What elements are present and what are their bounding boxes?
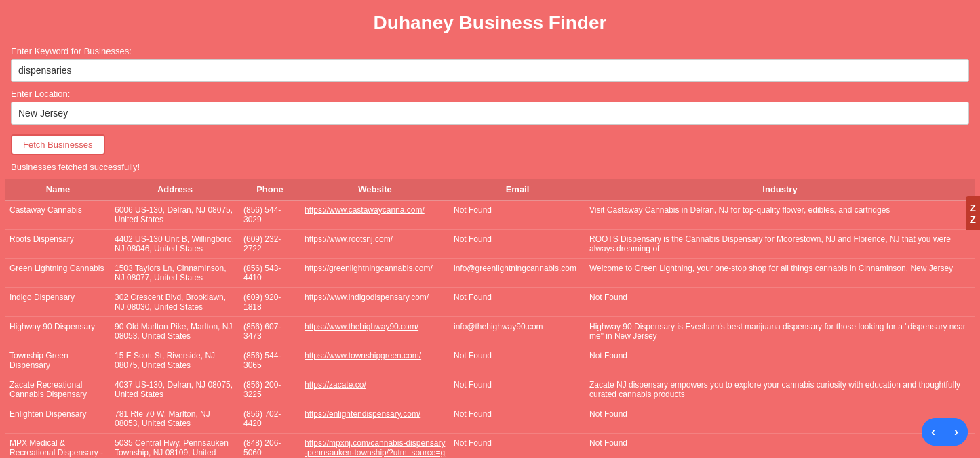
- cell-website[interactable]: https://mpxnj.com/cannabis-dispensary-pe…: [300, 434, 450, 459]
- col-header-address: Address: [111, 179, 239, 201]
- results-table: Name Address Phone Website Email Industr…: [5, 179, 975, 458]
- cell-phone: (848) 206-5060: [239, 434, 300, 459]
- col-header-name: Name: [5, 179, 111, 201]
- cell-name: Indigo Dispensary: [5, 288, 111, 317]
- table-row: Highway 90 Dispensary90 Old Marlton Pike…: [5, 317, 975, 346]
- cell-name: Castaway Cannabis: [5, 201, 111, 230]
- website-link[interactable]: https://mpxnj.com/cannabis-dispensary-pe…: [305, 438, 445, 458]
- cell-website[interactable]: https://greenlightningcannabis.com/: [300, 259, 450, 288]
- website-link[interactable]: https://www.castawaycanna.com/: [305, 205, 425, 215]
- cell-address: 90 Old Marlton Pike, Marlton, NJ 08053, …: [111, 317, 239, 346]
- table-row: Enlighten Dispensary781 Rte 70 W, Marlto…: [5, 404, 975, 434]
- cell-industry: Not Found: [585, 434, 975, 459]
- cell-email: Not Found: [450, 201, 585, 230]
- table-row: Roots Dispensary4402 US-130 Unit B, Will…: [5, 230, 975, 259]
- website-link[interactable]: https://www.rootsnj.com/: [305, 234, 393, 244]
- cell-industry: Not Found: [585, 346, 975, 375]
- website-link[interactable]: https://www.townshipgreen.com/: [305, 351, 421, 360]
- table-row: Green Lightning Cannabis1503 Taylors Ln,…: [5, 259, 975, 288]
- cell-email: Not Found: [450, 375, 585, 404]
- cell-email: Not Found: [450, 434, 585, 459]
- website-link[interactable]: https://zacate.co/: [305, 380, 366, 390]
- cell-address: 1503 Taylors Ln, Cinnaminson, NJ 08077, …: [111, 259, 239, 288]
- keyword-input[interactable]: [11, 59, 969, 82]
- cell-phone: (609) 920-1818: [239, 288, 300, 317]
- cell-name: Roots Dispensary: [5, 230, 111, 259]
- cell-website[interactable]: https://zacate.co/: [300, 375, 450, 404]
- website-link[interactable]: https://greenlightningcannabis.com/: [305, 264, 433, 273]
- scroll-buttons: ‹ ›: [922, 418, 968, 446]
- cell-address: 781 Rte 70 W, Marlton, NJ 08053, United …: [111, 404, 239, 434]
- table-row: Zacate Recreational Cannabis Dispensary4…: [5, 375, 975, 404]
- col-header-phone: Phone: [239, 179, 300, 201]
- fetch-button[interactable]: Fetch Businesses: [11, 134, 105, 155]
- table-row: Township Green Dispensary15 E Scott St, …: [5, 346, 975, 375]
- cell-website[interactable]: https://enlightendispensary.com/: [300, 404, 450, 434]
- cell-name: Township Green Dispensary: [5, 346, 111, 375]
- col-header-website: Website: [300, 179, 450, 201]
- cell-email: info@greenlightningcannabis.com: [450, 259, 585, 288]
- cell-industry: Not Found: [585, 404, 975, 434]
- cell-industry: Highway 90 Dispensary is Evesham's best …: [585, 317, 975, 346]
- cell-phone: (856) 543-4410: [239, 259, 300, 288]
- cell-address: 5035 Central Hwy, Pennsauken Township, N…: [111, 434, 239, 459]
- cell-name: Highway 90 Dispensary: [5, 317, 111, 346]
- location-input[interactable]: [11, 102, 969, 125]
- cell-industry: Welcome to Green Lightning, your one-sto…: [585, 259, 975, 288]
- status-message: Businesses fetched successfully!: [0, 162, 980, 172]
- cell-phone: (856) 544-3029: [239, 201, 300, 230]
- cell-phone: (856) 544-3065: [239, 346, 300, 375]
- table-row: MPX Medical & Recreational Dispensary - …: [5, 434, 975, 459]
- table-header-row: Name Address Phone Website Email Industr…: [5, 179, 975, 201]
- cell-email: Not Found: [450, 346, 585, 375]
- cell-industry: Visit Castaway Cannabis in Delran, NJ fo…: [585, 201, 975, 230]
- cell-website[interactable]: https://www.castawaycanna.com/: [300, 201, 450, 230]
- website-link[interactable]: https://enlightendispensary.com/: [305, 409, 420, 419]
- keyword-label: Enter Keyword for Businesses:: [11, 46, 969, 56]
- location-label: Enter Location:: [11, 89, 969, 99]
- cell-email: info@thehighway90.com: [450, 317, 585, 346]
- col-header-industry: Industry: [585, 179, 975, 201]
- website-link[interactable]: https://www.thehighway90.com/: [305, 322, 418, 331]
- cell-address: 15 E Scott St, Riverside, NJ 08075, Unit…: [111, 346, 239, 375]
- cell-email: Not Found: [450, 404, 585, 434]
- cell-email: Not Found: [450, 230, 585, 259]
- scroll-left-button[interactable]: ‹: [922, 418, 945, 446]
- cell-address: 4037 US-130, Delran, NJ 08075, United St…: [111, 375, 239, 404]
- cell-name: Enlighten Dispensary: [5, 404, 111, 434]
- cell-industry: ROOTS Dispensary is the Cannabis Dispens…: [585, 230, 975, 259]
- cell-industry: Zacate NJ dispensary empowers you to exp…: [585, 375, 975, 404]
- col-header-email: Email: [450, 179, 585, 201]
- cell-website[interactable]: https://www.indigodispensary.com/: [300, 288, 450, 317]
- cell-phone: (609) 232-2722: [239, 230, 300, 259]
- results-table-container: Name Address Phone Website Email Industr…: [0, 179, 980, 458]
- cell-industry: Not Found: [585, 288, 975, 317]
- cell-phone: (856) 607-3473: [239, 317, 300, 346]
- cell-address: 6006 US-130, Delran, NJ 08075, United St…: [111, 201, 239, 230]
- top-badge: ZZ: [966, 196, 980, 230]
- cell-phone: (856) 200-3225: [239, 375, 300, 404]
- cell-name: MPX Medical & Recreational Dispensary - …: [5, 434, 111, 459]
- cell-name: Green Lightning Cannabis: [5, 259, 111, 288]
- page-title: Duhaney Business Finder: [0, 0, 980, 46]
- website-link[interactable]: https://www.indigodispensary.com/: [305, 293, 429, 302]
- cell-website[interactable]: https://www.townshipgreen.com/: [300, 346, 450, 375]
- cell-website[interactable]: https://www.rootsnj.com/: [300, 230, 450, 259]
- cell-address: 302 Crescent Blvd, Brooklawn, NJ 08030, …: [111, 288, 239, 317]
- cell-email: Not Found: [450, 288, 585, 317]
- cell-name: Zacate Recreational Cannabis Dispensary: [5, 375, 111, 404]
- table-row: Castaway Cannabis6006 US-130, Delran, NJ…: [5, 201, 975, 230]
- cell-phone: (856) 702-4420: [239, 404, 300, 434]
- cell-address: 4402 US-130 Unit B, Willingboro, NJ 0804…: [111, 230, 239, 259]
- cell-website[interactable]: https://www.thehighway90.com/: [300, 317, 450, 346]
- table-row: Indigo Dispensary302 Crescent Blvd, Broo…: [5, 288, 975, 317]
